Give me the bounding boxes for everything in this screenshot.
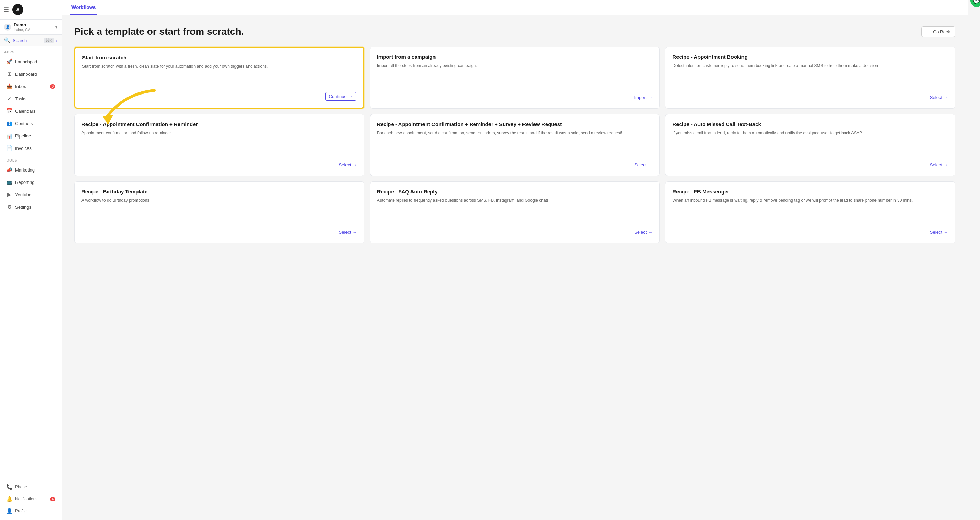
template-grid: Start from scratch Start from scratch wi… xyxy=(74,47,955,243)
account-name: Demo xyxy=(14,22,30,27)
card-recipe-appt-confirmation[interactable]: Recipe - Appointment Confirmation + Remi… xyxy=(74,114,364,176)
nav-item-youtube[interactable]: ▶ Youtube xyxy=(2,189,59,200)
card-start-from-scratch[interactable]: Start from scratch Start from scratch wi… xyxy=(74,47,364,109)
nav-item-reporting[interactable]: 📺 Reporting xyxy=(2,176,59,188)
select-button-appt-confirmation[interactable]: Select → xyxy=(339,161,357,169)
invoices-icon: 📄 xyxy=(6,145,13,151)
select-label-appt-confirmation: Select xyxy=(339,162,351,167)
calendars-icon: 📅 xyxy=(6,108,13,114)
hamburger-icon[interactable]: ☰ xyxy=(3,6,9,13)
sidebar: ☰ A 👤 Demo Irvine, CA ▾ 🔍 Search ⌘K › Ap… xyxy=(0,0,62,520)
nav-item-dashboard[interactable]: ⊞ Dashboard xyxy=(2,68,59,80)
nav-item-tasks[interactable]: ✓ Tasks xyxy=(2,93,59,105)
card-desc-start-from-scratch: Start from scratch with a fresh, clean s… xyxy=(82,63,356,87)
chevron-down-icon: ▾ xyxy=(55,25,57,30)
select-button-appt-survey[interactable]: Select → xyxy=(634,161,652,169)
nav-label-youtube: Youtube xyxy=(15,192,31,197)
import-button[interactable]: Import → xyxy=(634,94,652,102)
card-title-auto-missed-call: Recipe - Auto Missed Call Text-Back xyxy=(672,121,948,127)
nav-item-launchpad[interactable]: 🚀 Launchpad xyxy=(2,56,59,67)
select-arrow-icon-birthday: → xyxy=(353,230,357,235)
nav-item-marketing[interactable]: 📣 Marketing xyxy=(2,164,59,176)
import-label: Import xyxy=(634,95,647,100)
nav-item-settings[interactable]: ⚙ Settings xyxy=(2,201,59,213)
profile-icon: 👤 xyxy=(6,508,13,514)
nav-item-contacts[interactable]: 👥 Contacts xyxy=(2,118,59,129)
card-recipe-appt-booking[interactable]: Recipe - Appointment Booking Detect inte… xyxy=(665,47,955,109)
account-selector[interactable]: 👤 Demo Irvine, CA ▾ xyxy=(0,19,62,35)
nav-label-invoices: Invoices xyxy=(15,146,32,151)
continue-button[interactable]: Continue → xyxy=(325,92,356,101)
go-back-button[interactable]: ← Go Back xyxy=(921,27,955,37)
nav-item-inbox[interactable]: 📥 Inbox 0 xyxy=(2,80,59,92)
chat-icon: 💬 xyxy=(973,0,980,4)
notifications-badge: 4 xyxy=(50,497,55,501)
card-action-appt-confirmation: Select → xyxy=(81,161,357,169)
card-recipe-appt-survey[interactable]: Recipe - Appointment Confirmation + Remi… xyxy=(370,114,660,176)
phone-icon: 📞 xyxy=(6,484,13,490)
card-recipe-fb-messenger[interactable]: Recipe - FB Messenger When an inbound FB… xyxy=(665,181,955,243)
settings-icon: ⚙ xyxy=(6,204,13,210)
select-arrow-icon-appt-survey: → xyxy=(648,162,652,167)
select-button-fb-messenger[interactable]: Select → xyxy=(930,228,948,236)
youtube-icon: ▶ xyxy=(6,191,13,198)
reporting-icon: 📺 xyxy=(6,179,13,185)
sidebar-header: ☰ A xyxy=(0,0,62,19)
dashboard-icon: ⊞ xyxy=(6,71,13,77)
nav-item-profile[interactable]: 👤 Profile xyxy=(2,505,59,517)
avatar: A xyxy=(13,4,23,15)
contacts-icon: 👥 xyxy=(6,120,13,126)
select-button-auto-missed-call[interactable]: Select → xyxy=(930,161,948,169)
nav-label-inbox: Inbox xyxy=(15,84,26,89)
select-label-appt-survey: Select xyxy=(634,162,647,167)
card-title-import: Import from a campaign xyxy=(377,54,653,60)
card-action-birthday: Select → xyxy=(81,228,357,236)
search-button[interactable]: 🔍 Search ⌘K › xyxy=(0,35,62,46)
nav-item-notifications[interactable]: 🔔 Notifications 4 xyxy=(2,493,59,505)
apps-section-label: Apps xyxy=(0,46,62,55)
card-action-auto-missed-call: Select → xyxy=(672,161,948,169)
select-label-birthday: Select xyxy=(339,230,351,235)
card-action-appt-survey: Select → xyxy=(377,161,653,169)
account-icon: 👤 xyxy=(4,24,11,30)
chat-widget[interactable]: 💬 4 xyxy=(970,0,980,7)
card-action-import: Import → xyxy=(377,94,653,102)
select-button-birthday[interactable]: Select → xyxy=(339,228,357,236)
tab-workflows[interactable]: Workflows xyxy=(70,0,97,15)
forward-arrow-icon: › xyxy=(56,37,57,43)
nav-item-invoices[interactable]: 📄 Invoices xyxy=(2,142,59,154)
notifications-icon: 🔔 xyxy=(6,496,13,502)
sidebar-bottom: 📞 Phone 🔔 Notifications 4 👤 Profile xyxy=(0,478,62,520)
search-icon: 🔍 xyxy=(4,37,10,43)
nav-label-dashboard: Dashboard xyxy=(15,72,37,76)
select-label-faq: Select xyxy=(634,230,647,235)
nav-label-tasks: Tasks xyxy=(15,96,27,102)
card-action-faq: Select → xyxy=(377,228,653,236)
main-content: Workflows Pick a template or start from … xyxy=(62,0,967,520)
select-button-appt-booking[interactable]: Select → xyxy=(930,94,948,102)
select-arrow-icon-appt-confirmation: → xyxy=(353,162,357,167)
marketing-icon: 📣 xyxy=(6,167,13,173)
card-recipe-faq[interactable]: Recipe - FAQ Auto Reply Automate replies… xyxy=(370,181,660,243)
card-title-appt-survey: Recipe - Appointment Confirmation + Remi… xyxy=(377,121,653,127)
back-arrow-icon: ← xyxy=(926,29,931,34)
card-desc-appt-survey: For each new appointment, send a confirm… xyxy=(377,130,653,155)
select-arrow-icon-appt-booking: → xyxy=(943,95,948,100)
select-button-faq[interactable]: Select → xyxy=(634,228,652,236)
nav-item-calendars[interactable]: 📅 Calendars xyxy=(2,105,59,117)
card-recipe-birthday[interactable]: Recipe - Birthday Template A workflow to… xyxy=(74,181,364,243)
nav-item-phone[interactable]: 📞 Phone xyxy=(2,481,59,493)
card-title-appt-booking: Recipe - Appointment Booking xyxy=(672,54,948,60)
launchpad-icon: 🚀 xyxy=(6,59,13,65)
nav-label-settings: Settings xyxy=(15,205,31,210)
inbox-badge: 0 xyxy=(50,84,55,89)
card-action-fb-messenger: Select → xyxy=(672,228,948,236)
nav-item-pipeline[interactable]: 📊 Pipeline xyxy=(2,130,59,142)
select-label-appt-booking: Select xyxy=(930,95,942,100)
inbox-icon: 📥 xyxy=(6,83,13,89)
select-arrow-icon-auto-missed-call: → xyxy=(943,162,948,167)
account-location: Irvine, CA xyxy=(14,27,30,32)
go-back-label: Go Back xyxy=(933,29,950,34)
card-import-from-campaign[interactable]: Import from a campaign Import all the st… xyxy=(370,47,660,109)
card-recipe-auto-missed-call[interactable]: Recipe - Auto Missed Call Text-Back If y… xyxy=(665,114,955,176)
